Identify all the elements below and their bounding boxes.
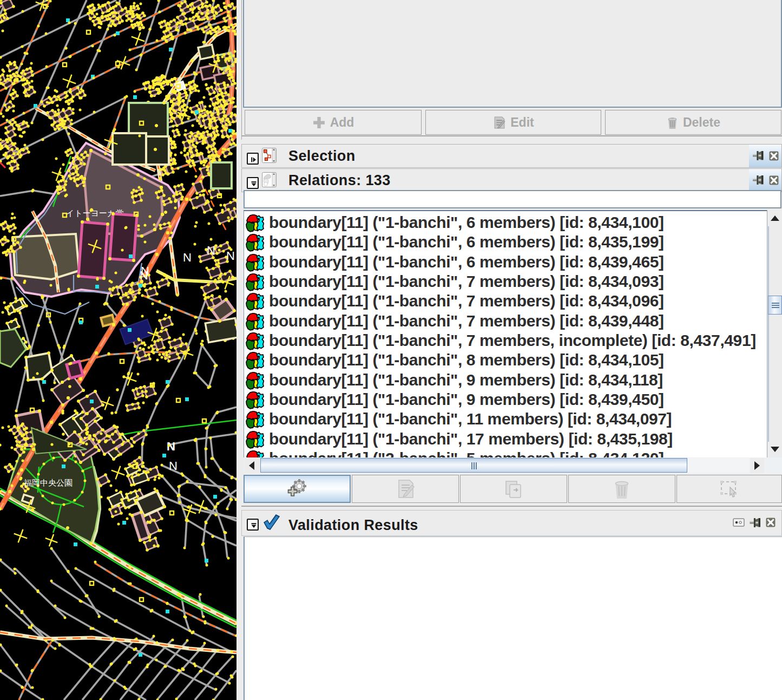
- svg-text:N: N: [141, 264, 149, 278]
- svg-text:N: N: [169, 459, 178, 473]
- svg-text:福岡中央公園: 福岡中央公園: [24, 478, 73, 487]
- svg-text:N: N: [183, 251, 192, 264]
- svg-text:N: N: [207, 244, 215, 257]
- svg-text:N: N: [226, 249, 235, 263]
